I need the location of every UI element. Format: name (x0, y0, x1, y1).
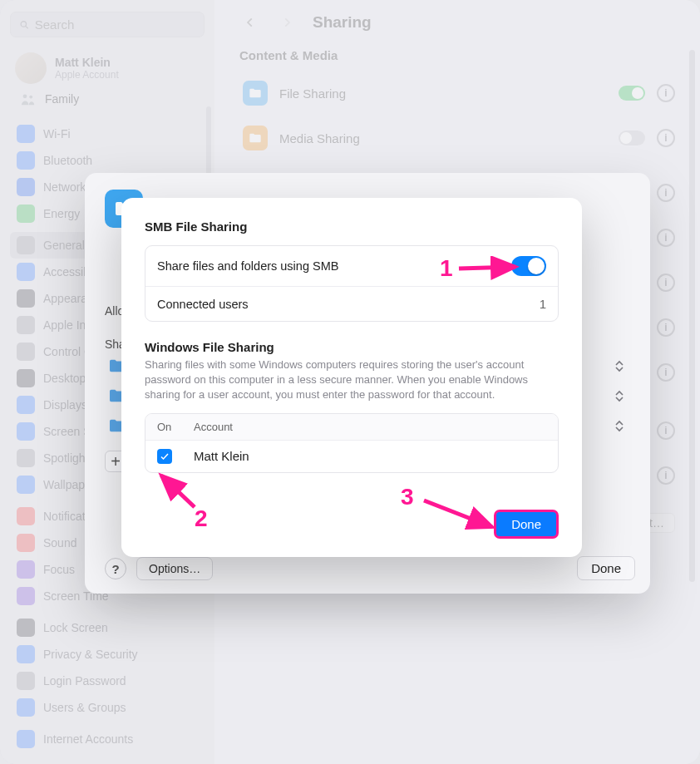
file-sharing-done-button[interactable]: Done (577, 556, 635, 580)
options-button[interactable]: Options… (136, 557, 213, 580)
smb-options-sheet: SMB File Sharing Share files and folders… (121, 198, 582, 557)
chevron-down-icon (615, 367, 624, 372)
windows-sharing-desc: Sharing files with some Windows computer… (145, 357, 559, 403)
windows-account-name: Matt Klein (194, 449, 249, 463)
windows-accounts-header: On Account (145, 414, 558, 441)
smb-done-button[interactable]: Done (494, 510, 559, 539)
smb-enable-switch[interactable] (511, 256, 546, 276)
smb-card: Share files and folders using SMB Connec… (145, 245, 559, 322)
annotation-1: 1 (440, 255, 453, 282)
connected-users-row: Connected users 1 (145, 286, 558, 321)
connected-users-label: Connected users (157, 298, 540, 311)
col-account: Account (194, 421, 233, 433)
windows-account-row: Matt Klein (145, 441, 558, 472)
smb-enable-row: Share files and folders using SMB (145, 246, 558, 286)
chevron-up-icon (615, 360, 624, 366)
chevron-down-icon (615, 426, 624, 432)
windows-sharing-heading: Windows File Sharing (145, 340, 559, 354)
check-icon (160, 451, 170, 461)
permissions-stepper[interactable] (615, 387, 627, 404)
chevron-up-icon (615, 420, 624, 426)
windows-account-checkbox[interactable] (157, 449, 172, 464)
col-on: On (157, 421, 194, 433)
help-button[interactable]: ? (105, 558, 126, 579)
chevron-down-icon (615, 397, 624, 402)
permissions-stepper[interactable] (615, 417, 627, 434)
annotation-2: 2 (195, 505, 208, 532)
permissions-stepper[interactable] (615, 357, 627, 374)
smb-enable-label: Share files and folders using SMB (157, 259, 511, 273)
smb-sheet-title: SMB File Sharing (145, 219, 559, 234)
connected-users-count: 1 (540, 297, 546, 311)
annotation-3: 3 (401, 484, 414, 510)
windows-accounts-card: On Account Matt Klein (145, 413, 559, 473)
chevron-up-icon (615, 390, 624, 396)
